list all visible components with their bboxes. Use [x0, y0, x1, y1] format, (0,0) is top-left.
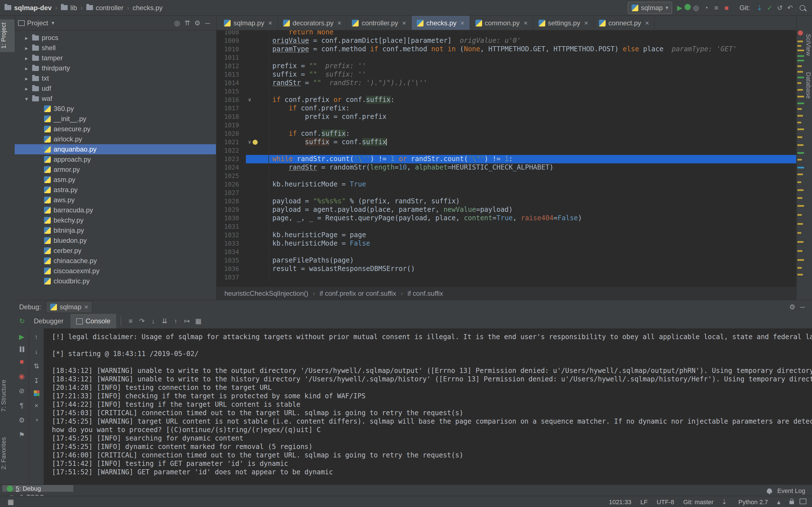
- line-number[interactable]: 1025: [216, 172, 246, 180]
- force-step-into-icon[interactable]: ⇊: [160, 316, 170, 326]
- line-number[interactable]: 1029: [216, 206, 246, 214]
- tree-item[interactable]: ciscoacexml.py: [15, 266, 216, 276]
- line-number[interactable]: 1016: [216, 96, 246, 104]
- code-line[interactable]: 1026kb.heuristicMode = True: [216, 180, 796, 189]
- history-button[interactable]: ↺: [775, 3, 785, 13]
- editor-tab-common[interactable]: common.py×: [470, 16, 533, 30]
- code-line[interactable]: 1027: [216, 189, 796, 197]
- line-number[interactable]: 1011: [216, 54, 246, 62]
- editor-breadcrumb-item[interactable]: if conf.suffix: [407, 289, 443, 297]
- tree-item[interactable]: bekchy.py: [15, 215, 216, 225]
- update-project-button[interactable]: ⇣: [755, 3, 765, 13]
- print-icon[interactable]: ¶: [17, 400, 27, 411]
- code-line[interactable]: 1034: [216, 248, 796, 256]
- toolwindow-switcher-icon[interactable]: ▦: [6, 497, 16, 507]
- branch-update-icon[interactable]: ⇣: [719, 497, 729, 507]
- code-line[interactable]: 1022: [216, 147, 796, 155]
- code-line[interactable]: 1030page, _, _ = Request.queryPage(paylo…: [216, 214, 796, 223]
- stop-button[interactable]: ■: [721, 3, 732, 13]
- mute-breakpoints-button[interactable]: ⊘: [17, 386, 27, 396]
- line-number[interactable]: 1015: [216, 87, 246, 96]
- run-config-selector[interactable]: sqlmap: [627, 1, 672, 14]
- soft-wrap-icon[interactable]: ≡: [126, 316, 136, 326]
- scroll-down-icon[interactable]: ↓: [31, 346, 42, 356]
- tree-item[interactable]: airlock.py: [15, 134, 216, 144]
- line-number[interactable]: 1030: [216, 214, 246, 223]
- scroll-up-icon[interactable]: ↑: [31, 332, 42, 342]
- toolwindow-button-database[interactable]: Database: [804, 70, 812, 101]
- run-to-cursor-icon[interactable]: ↦: [182, 316, 192, 326]
- debug-tab-console[interactable]: Console: [70, 314, 116, 328]
- status-item[interactable]: Python 2.7: [739, 498, 768, 505]
- step-out-icon[interactable]: ↑: [171, 316, 181, 326]
- minimize-button[interactable]: ─: [797, 302, 808, 312]
- console-output[interactable]: [!] legal disclaimer: Usage of sqlmap fo…: [44, 328, 812, 485]
- editor-tab-decorators[interactable]: decorators.py×: [278, 16, 347, 30]
- tree-item[interactable]: bluedon.py: [15, 235, 216, 245]
- breadcrumb-item[interactable]: controller: [86, 4, 123, 11]
- tree-item[interactable]: approach.py: [15, 154, 216, 165]
- line-number[interactable]: 1033: [216, 239, 246, 248]
- line-number[interactable]: 1013: [216, 70, 246, 79]
- status-item[interactable]: UTF-8: [657, 498, 674, 505]
- tree-item[interactable]: anquanbao.py: [15, 144, 216, 154]
- stop-button[interactable]: ■: [17, 356, 27, 367]
- tree-item[interactable]: barracuda.py: [15, 205, 216, 215]
- code-line[interactable]: 1021∨ suffix = conf.suffix: [216, 138, 796, 147]
- event-log-button[interactable]: Event Log: [760, 485, 810, 496]
- editor-tab-controller[interactable]: controller.py×: [347, 16, 412, 30]
- intention-bulb-icon[interactable]: [253, 140, 258, 145]
- toolwindow-button-7--structure[interactable]: 7: Structure: [0, 376, 15, 415]
- toolwindow-button-sciview[interactable]: SciView: [804, 32, 812, 58]
- code-line[interactable]: 1024 randStr = randomStr(length=10, alph…: [216, 163, 796, 172]
- line-number[interactable]: 1020: [216, 129, 246, 138]
- tree-item[interactable]: chinacache.py: [15, 256, 216, 266]
- screen-icon[interactable]: [800, 498, 806, 504]
- clear-console-icon[interactable]: ×: [31, 400, 42, 411]
- tree-item[interactable]: __init__.py: [15, 114, 216, 124]
- code-line[interactable]: 1008 return None: [216, 31, 796, 37]
- tree-item[interactable]: ▸tamper: [15, 53, 216, 63]
- fold-marker-icon[interactable]: ∨: [248, 138, 251, 147]
- step-into-icon[interactable]: ↓: [148, 316, 158, 326]
- tree-item[interactable]: aesecure.py: [15, 124, 216, 134]
- history-icon[interactable]: ◔: [31, 415, 42, 425]
- line-number[interactable]: 1035: [216, 256, 246, 265]
- line-number[interactable]: 1036: [216, 265, 246, 273]
- step-over-icon[interactable]: ↷: [137, 316, 147, 326]
- code-line[interactable]: 1036result = wasLastResponseDBMSError(): [216, 265, 796, 273]
- code-line[interactable]: 1028payload = "%s%s%s" % (prefix, randSt…: [216, 197, 796, 206]
- toolwindow-button-2--favorites[interactable]: 2: Favorites: [0, 434, 15, 473]
- status-item[interactable]: LF: [640, 498, 648, 505]
- line-number[interactable]: 1028: [216, 197, 246, 206]
- code-line[interactable]: 1019: [216, 121, 796, 129]
- debug-tab-debugger[interactable]: Debugger: [28, 314, 69, 328]
- tree-item[interactable]: ▾waf: [15, 94, 216, 104]
- breadcrumb-item[interactable]: lib: [61, 4, 77, 11]
- line-number[interactable]: 1021: [216, 138, 246, 147]
- status-item[interactable]: Git: master: [683, 498, 714, 505]
- tree-arrow-icon[interactable]: ▸: [24, 55, 29, 61]
- line-number[interactable]: 1022: [216, 147, 246, 155]
- collapse-all-button[interactable]: ⇈: [182, 18, 192, 28]
- close-session-icon[interactable]: ×: [84, 303, 88, 311]
- tree-item[interactable]: ▸shell: [15, 43, 216, 53]
- run-configurations-icon[interactable]: ≡: [711, 3, 721, 13]
- editor[interactable]: 1008 return None1009origValue = conf.par…: [216, 31, 796, 286]
- line-number[interactable]: 1031: [216, 223, 246, 231]
- tree-item[interactable]: ▸udf: [15, 83, 216, 94]
- code-line[interactable]: 1015: [216, 87, 796, 96]
- editor-tab-checks[interactable]: checks.py×: [412, 16, 470, 30]
- code-line[interactable]: 1014randStr = "" randStr: ').")").).('\'…: [216, 79, 796, 87]
- tree-item[interactable]: cerber.py: [15, 245, 216, 256]
- code-line[interactable]: 1017 if conf.prefix:: [216, 104, 796, 113]
- lock-icon[interactable]: [790, 501, 794, 504]
- breadcrumb-item[interactable]: checks.py: [133, 4, 163, 11]
- fold-marker-icon[interactable]: ∨: [248, 96, 251, 104]
- line-number[interactable]: 1017: [216, 104, 246, 113]
- rollback-button[interactable]: ↶: [785, 3, 795, 13]
- tree-arrow-icon[interactable]: ▾: [24, 96, 29, 102]
- close-tab-icon[interactable]: ×: [402, 19, 406, 27]
- code-line[interactable]: 1037: [216, 273, 796, 282]
- line-number[interactable]: 1026: [216, 180, 246, 189]
